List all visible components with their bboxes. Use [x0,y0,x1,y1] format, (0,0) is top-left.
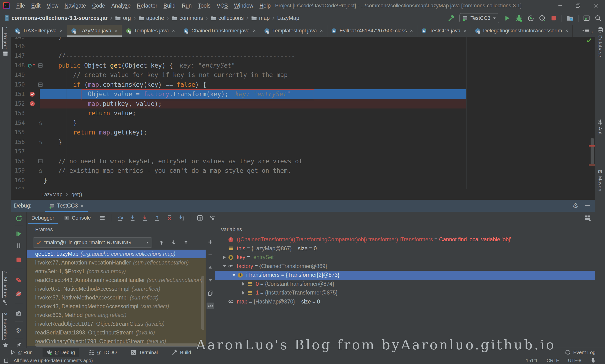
close-session-icon[interactable] [80,204,84,208]
line-number[interactable]: 150 [11,81,27,88]
pin-tab-icon[interactable] [11,341,26,348]
stripe-button-structure[interactable]: 7: Structure [0,271,11,305]
variable-row-key[interactable]: p key = "entrySet" [215,253,595,262]
toolwindow-button-build[interactable]: Build [168,348,195,357]
line-number[interactable]: 156 [11,139,27,145]
stripe-button-star[interactable]: 2: Favorites [0,313,11,348]
frame-row[interactable]: readSerialData:1893, ObjectInputStream (… [27,328,206,337]
breadcrumb-item[interactable]: commons-collections-3.1-sources.jar [4,15,107,21]
breadcrumb-item[interactable]: apache [139,15,164,21]
frame-down-icon[interactable] [171,239,177,246]
expand-collapse-arrow[interactable] [231,274,237,276]
frame-row[interactable]: invoke:43, DelegatingMethodAccessorImpl … [27,302,206,311]
variable-row-this[interactable]: this = {LazyMap@867}size = 0 [215,244,595,253]
editor-tab[interactable]: C ChainedTransformer.java [179,25,260,37]
code-line[interactable]: 147 //----------------------------------… [11,51,595,61]
expand-collapse-arrow[interactable] [222,265,227,267]
editor-scrollbar[interactable] [591,138,594,166]
code-line[interactable]: 152 map.put(key, value); [11,99,595,109]
show-watches-icon[interactable] [206,302,214,309]
menu-window[interactable]: Window [231,0,257,11]
line-number[interactable]: 153 [11,110,27,117]
code-line[interactable]: 157 [11,147,595,156]
step-over-icon[interactable] [117,215,124,221]
breadcrumb-item[interactable]: collections [211,15,244,21]
variable-row-factory[interactable]: factory = {ChainedTransformer@869} [215,262,595,271]
expand-expand-arrow[interactable] [241,282,246,286]
code-line[interactable]: 155 return map.get(key); [11,128,595,137]
close-icon[interactable] [587,0,605,11]
evaluate-expression-icon[interactable] [197,215,203,221]
code-line[interactable]: 160 } [11,176,595,185]
line-number[interactable]: 149 [11,72,27,78]
menu-file[interactable]: File [13,0,28,11]
step-into-icon[interactable] [129,215,136,221]
horizontal-scrollbar[interactable] [35,343,198,347]
error-stripe-mark[interactable] [589,145,595,146]
breadcrumb-item[interactable]: LazyMap [277,15,299,21]
code-line[interactable]: 146 [11,42,595,51]
line-number[interactable]: 155 [11,129,27,136]
breakpoint-verified-icon[interactable] [29,101,35,106]
highlighting-level-icon[interactable] [590,358,596,364]
line-number[interactable]: 147 [11,52,27,59]
stop-button[interactable] [550,15,557,22]
expand-expand-arrow[interactable] [222,256,227,259]
line-number[interactable]: 160 [11,177,27,184]
menu-analyze[interactable]: Analyze [108,0,134,11]
close-tab-icon[interactable] [59,29,63,33]
menu-build[interactable]: Build [160,0,179,11]
code-line[interactable]: 153 return value; [11,108,595,118]
toolwindow-button-4run[interactable]: 4: Run [6,348,36,357]
close-tab-icon[interactable] [320,29,323,33]
line-number[interactable]: 146 [11,43,27,50]
frame-row[interactable]: readObject:443, AnnotationInvocationHand… [27,276,206,285]
view-options-icon[interactable] [209,215,216,221]
editor-tab[interactable]: C EvilCat7461847207500.class [327,25,417,37]
frame-row[interactable]: invoke0:-1, NativeMethodAccessorImpl (su… [27,285,206,293]
add-watch-icon[interactable] [206,239,214,245]
line-number[interactable]: 154 [11,120,27,126]
close-tab-icon[interactable] [252,29,256,33]
thread-selector[interactable]: "main"@1 in group "main": RUNNING [33,237,152,248]
hide-tool-window-icon[interactable] [585,205,590,206]
toolwindow-toggle-icon[interactable] [3,358,9,363]
stop-process-icon[interactable] [11,257,26,263]
vertical-scrollbar[interactable] [201,276,204,330]
editor-tab[interactable]: C TrAXFilter.java [11,25,67,37]
menu-refactor[interactable]: Refactor [134,0,160,11]
run-button[interactable] [504,15,511,22]
menu-navigate[interactable]: Navigate [62,0,89,11]
line-number[interactable]: 159 [11,167,27,174]
close-tab-icon[interactable] [172,29,175,33]
frame-row[interactable]: get:151, LazyMap (org.apache.commons.col… [27,250,206,258]
move-watch-up-icon[interactable] [206,264,214,271]
variable-row-ChainedTransformerTr[interactable]: ((ChainedTransformer)((TransformingCompa… [215,235,595,244]
close-tab-icon[interactable] [410,29,413,33]
code-line[interactable]: 148 public Object get(Object key) {key: … [11,61,595,70]
fold-end-icon[interactable]: ⌂ [39,168,42,173]
code-line[interactable]: 150 if (map.containsKey(key) == false) { [11,80,595,90]
frame-row[interactable]: invoke:57, NativeMethodAccessorImpl (sun… [27,293,206,302]
line-number[interactable]: 148 [11,62,27,69]
breadcrumb-item[interactable]: org [115,15,131,21]
debug-session-tab[interactable]: TestCC3 [45,200,88,212]
tab-debugger[interactable]: Debugger [27,212,59,224]
close-tab-icon[interactable] [565,29,569,33]
frame-row[interactable]: invoke:77, AnnotationInvocationHandler (… [27,258,206,267]
variable-row-0[interactable]: 0 = {ConstantTransformer@874} [215,280,595,289]
variable-row-map[interactable]: map = {HashMap@870}size = 0 [215,297,595,306]
step-out-icon[interactable] [154,215,160,221]
variable-row-1[interactable]: 1 = {InstantiateTransformer@875} [215,288,595,297]
expand-expand-arrow[interactable] [241,291,246,295]
coverage-button[interactable] [527,15,534,22]
code-line[interactable]: 159 ⌂ // existing map entries - you can'… [11,166,595,176]
menu-edit[interactable]: Edit [28,0,44,11]
mute-breakpoints-icon[interactable] [11,290,26,297]
drop-frame-icon[interactable] [166,215,173,221]
toolwindow-button-5debug[interactable]: 5: Debug [42,348,79,357]
tab-console[interactable]: Console [59,212,96,224]
code-line[interactable]: 158 // no need to wrap keySet, entrySet … [11,156,595,166]
editor-tab[interactable]: I Templates.java [122,25,179,37]
event-log-button[interactable]: Event Log [565,348,595,357]
